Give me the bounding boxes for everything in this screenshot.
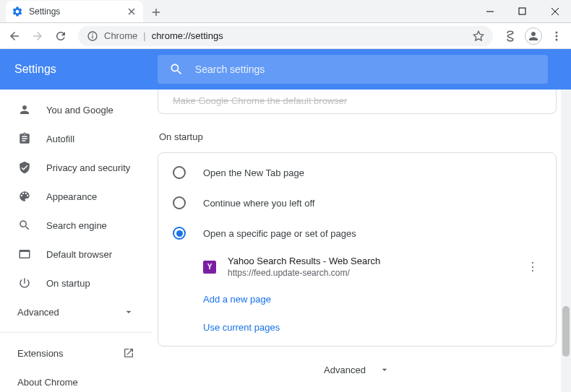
page-more-menu-button[interactable]: ⋮ xyxy=(524,260,541,274)
window-titlebar: Settings xyxy=(0,0,571,23)
radio-label: Open the New Tab page xyxy=(203,167,304,178)
svg-rect-0 xyxy=(519,8,525,14)
sidebar-divider xyxy=(0,332,152,333)
window-controls xyxy=(473,0,571,22)
svg-point-6 xyxy=(556,38,558,40)
truncated-card-text: Make Google Chrome the default browser xyxy=(173,95,347,106)
sidebar-about-chrome[interactable]: About Chrome xyxy=(0,367,152,392)
sidebar-item-label: On startup xyxy=(46,278,90,289)
settings-favicon xyxy=(12,6,23,17)
sidebar-advanced-toggle[interactable]: Advanced xyxy=(0,297,152,326)
sidebar-item-label: Autofill xyxy=(46,134,74,144)
sidebar-item-label: Search engine xyxy=(46,220,107,231)
sidebar-item-you-and-google[interactable]: You and Google xyxy=(0,95,149,124)
page-url: https://feed.update-search.com/ xyxy=(228,268,512,278)
external-link-icon xyxy=(123,347,134,359)
svg-point-5 xyxy=(556,35,558,37)
reload-button[interactable] xyxy=(51,26,71,46)
sidebar-item-default-browser[interactable]: Default browser xyxy=(0,240,149,269)
svg-point-2 xyxy=(92,33,93,35)
settings-title: Settings xyxy=(14,63,56,76)
person-icon xyxy=(17,103,32,116)
browser-tab[interactable]: Settings xyxy=(6,1,143,22)
content-advanced-label: Advanced xyxy=(324,365,366,375)
back-button[interactable] xyxy=(4,26,25,46)
use-current-pages-link[interactable]: Use current pages xyxy=(158,313,556,341)
sidebar-item-on-startup[interactable]: On startup xyxy=(0,269,149,297)
scrollbar-thumb[interactable] xyxy=(562,306,570,357)
omnibox-prefix: Chrome xyxy=(104,30,137,41)
radio-icon xyxy=(173,196,186,209)
settings-header: Settings xyxy=(0,49,571,90)
content-advanced-toggle[interactable]: Advanced xyxy=(158,347,557,383)
settings-content: Make Google Chrome the default browser O… xyxy=(152,90,571,392)
sidebar-about-label: About Chrome xyxy=(17,377,78,388)
chrome-menu-button[interactable] xyxy=(546,26,567,46)
browser-toolbar: Chrome | chrome://settings xyxy=(0,23,571,49)
section-title-on-startup: On startup xyxy=(159,131,557,142)
address-bar[interactable]: Chrome | chrome://settings xyxy=(78,26,493,46)
sidebar-item-appearance[interactable]: Appearance xyxy=(0,182,149,211)
sidebar-extensions[interactable]: Extensions xyxy=(0,339,152,367)
sidebar-advanced-label: Advanced xyxy=(17,307,59,318)
bookmark-star-icon[interactable] xyxy=(473,30,484,42)
sidebar-item-label: Appearance xyxy=(46,191,97,202)
profile-avatar[interactable] xyxy=(523,26,544,46)
radio-label: Continue where you left off xyxy=(203,198,314,209)
maximize-button[interactable] xyxy=(506,0,538,22)
radio-label: Open a specific page or set of pages xyxy=(203,228,356,239)
omnibox-separator: | xyxy=(143,30,145,41)
sidebar-item-label: Default browser xyxy=(46,249,112,260)
radio-specific-pages[interactable]: Open a specific page or set of pages xyxy=(158,218,556,248)
page-info: Yahoo Search Results - Web Search https:… xyxy=(228,256,512,278)
site-info-icon[interactable] xyxy=(87,30,98,42)
appearance-icon xyxy=(17,190,32,203)
radio-icon xyxy=(173,166,186,179)
omnibox-url: chrome://settings xyxy=(152,30,223,41)
scrollbar-track[interactable] xyxy=(561,90,571,392)
settings-search-input[interactable] xyxy=(195,64,536,75)
search-engine-icon xyxy=(17,219,32,232)
sidebar-item-autofill[interactable]: Autofill xyxy=(0,124,149,153)
sidebar-item-label: You and Google xyxy=(46,105,113,116)
sidebar-extensions-label: Extensions xyxy=(17,348,64,359)
sidebar-item-search-engine[interactable]: Search engine xyxy=(0,211,149,240)
search-icon xyxy=(169,62,184,77)
default-browser-card-truncated: Make Google Chrome the default browser xyxy=(158,90,557,114)
page-title: Yahoo Search Results - Web Search xyxy=(228,256,512,266)
extension-s-icon[interactable] xyxy=(500,26,520,46)
new-tab-button[interactable] xyxy=(146,2,166,22)
security-icon xyxy=(17,161,32,174)
page-favicon: Y xyxy=(203,261,216,274)
svg-point-4 xyxy=(556,31,558,33)
svg-rect-3 xyxy=(92,35,93,38)
sidebar-item-privacy[interactable]: Privacy and security xyxy=(0,153,149,182)
radio-icon-checked xyxy=(173,227,186,240)
browser-icon xyxy=(17,248,32,261)
tab-close-button[interactable] xyxy=(126,6,137,17)
settings-search-box[interactable] xyxy=(158,55,548,84)
on-startup-card: Open the New Tab page Continue where you… xyxy=(158,152,557,347)
minimize-button[interactable] xyxy=(473,0,506,22)
startup-page-row: Y Yahoo Search Results - Web Search http… xyxy=(158,248,556,285)
radio-continue-left-off[interactable]: Continue where you left off xyxy=(158,188,556,218)
radio-open-new-tab[interactable]: Open the New Tab page xyxy=(158,157,556,188)
close-window-button[interactable] xyxy=(538,0,571,22)
add-new-page-link[interactable]: Add a new page xyxy=(158,285,556,313)
autofill-icon xyxy=(17,132,32,145)
settings-sidebar: You and Google Autofill Privacy and secu… xyxy=(0,90,152,392)
tab-title: Settings xyxy=(29,6,60,17)
forward-button[interactable] xyxy=(27,26,48,46)
chevron-down-icon xyxy=(379,364,390,375)
sidebar-item-label: Privacy and security xyxy=(46,162,130,173)
chevron-down-icon xyxy=(123,306,134,318)
power-icon xyxy=(17,276,32,289)
